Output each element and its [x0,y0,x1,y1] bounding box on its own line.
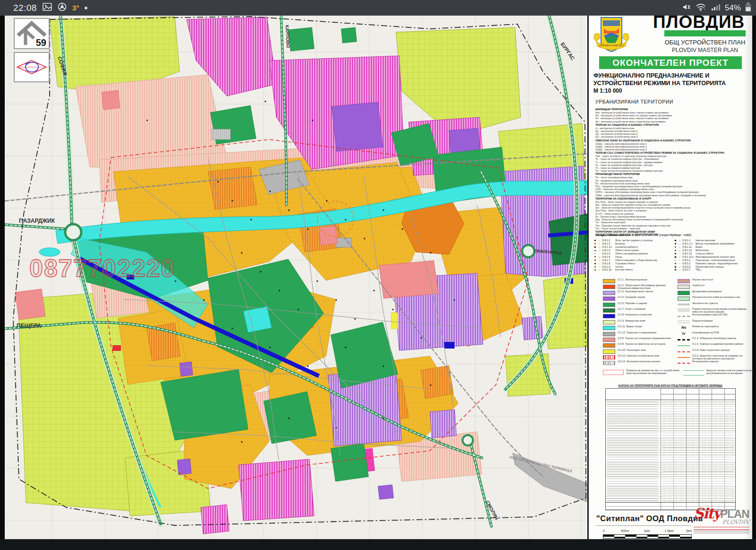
object-glyph-existing-icon: ★ [593,259,597,262]
object-row: ▲ △ О.8.1.12. Библиотеки [674,249,751,252]
object-code: О.8.1.9. [602,265,614,268]
object-glyph-existing-icon: ◆ [674,239,677,242]
legend-section-heading: ЖИЛИЩНИ ТЕРИТОРИИ [595,108,748,111]
object-glyph-existing-icon: ● [674,245,677,248]
legend-swatch-row: Сервитути [678,284,751,290]
legend-swatch-label: О.2.1. Жилищни функции [618,279,647,281]
cityplan-logo: Sity PLAN PLOVDIV [694,507,749,534]
object-glyph-new-icon: ▫ [598,252,601,255]
object-glyph-new-icon: △ [598,268,601,271]
legend-swatch-label: О.2.7. Спорт и атракции [618,308,645,311]
object-row: ■ □ О.8.1.8. Търговски обекти [593,262,673,265]
notification-dot-icon [85,7,87,9]
legend-section-heading: ТЕРИТОРИИ ЗА ОЗЕЛЕНЯВАНЕ И СПОРТ [595,197,748,201]
object-row: ▪ ▫ О.8.1.5. Обекти на администрацията [593,252,673,255]
legend-section-lines: Том - терен за повече от един вид социал… [595,155,748,172]
legend-swatch [603,291,615,295]
object-glyph-existing-icon: ■ [674,242,677,245]
object-row: ◆ ◇ О.8.1.1. Научни центрове [674,239,751,242]
object-glyph-new-icon: □ [598,262,601,265]
panel-subtitle-en: PLOVDIV MASTER PLAN [664,47,746,53]
legend-swatch [603,279,615,283]
legend-section-lines: Ц - централна устройствена зонаЦ1 - цент… [595,127,748,139]
object-glyph-new-icon: □ [678,242,681,245]
object-glyph-existing-icon: ◉ [674,255,677,258]
legend-swatch [603,370,624,375]
object-code: О.8.1.12. [682,249,695,252]
object-code: О.8.1.3. [602,242,614,245]
legend-swatch [603,308,615,313]
legend-section-lines: Пч - чисто производствена зонаПп - преди… [595,176,748,196]
legend-swatch-row: Регулационни граници [678,360,751,366]
legend-swatch-row: Жк Режим на територията [678,325,751,331]
balance-table-title: БАЛАНС НА ТЕРИТОРИИТЕ КЪМ ЗОП НА ГРАД ПЛ… [605,384,736,387]
legend-swatch-row: Промяна на режима на част от устройствен… [603,369,680,377]
object-glyph-existing-icon: ◆ [674,265,677,268]
legend-swatch [603,297,615,301]
swatch-column-left: О.2.1. Жилищни функции О.2.2. Обществено… [603,279,675,367]
object-row: ● ○ О.8.1.11. Банки [674,245,751,249]
legend-swatch-label: О.2.4. Складови терени [618,296,645,299]
legend-swatch [603,355,615,359]
legend-swatch-label: Регулационни граници [692,360,719,363]
legend-text-line: Жк - жилищна устройствена зона с комплек… [595,120,748,123]
legend-section-lines: Жм - жилищна устройствена зона с малко е… [595,111,748,123]
object-code: О.8.1.7. [602,259,614,262]
photo-count-badge: 59 [14,18,49,49]
legend-swatch-row: О.2.11. Водни площи [603,325,675,331]
object-label: Култови обекти [615,268,673,271]
legend-extra-rows: Промяна на режима на част от устройствен… [603,369,752,377]
legend-swatch-label: Електропроводи (над 110 KW) [692,314,728,316]
photo-edge-bottom [0,539,756,550]
legend-swatch-label: О.1.3. Общинска (землищна) граница [692,337,736,340]
legend-text-line: Тоз - Терен за озеленяване - паметник [595,227,748,230]
legend-swatch-row: О.5.8. Терени за паметници на културата [603,343,675,349]
mute-icon [682,3,691,13]
wifi-icon [696,3,707,13]
map-label-pazardzhik: ПАЗАРДЖИК [19,218,55,224]
legend-text-line: Ц3 - централна устройствена зона 3 [595,135,748,138]
object-code: О.8.1.1.1. [682,242,695,245]
agency-logo-badge [14,52,49,82]
legend-swatch-label: О.5.5. Терени със специално предназначен… [618,337,671,340]
object-label: Банки [696,245,751,248]
legend-swatch-label: О.2.12. Транспорт и комуникации [618,332,656,334]
legend-swatch-label: О.6.12. Смесени устройствени зони [618,355,659,358]
object-glyph-existing-icon: ◆ [593,245,597,248]
master-plan-map-photo[interactable]: 59 СОФИЯ КАРЛОВО БУРГАС ПАЗАРДЖИК ПЕЩЕРА… [5,16,587,539]
cityplan-logo-plan: PLAN [720,508,749,520]
legend-swatch-row: О.1.6. Граници на административни райони [678,343,751,349]
legend-swatch-label: О.2.3. Производствени терени [618,290,653,293]
object-glyph-new-icon: □ [678,252,681,255]
legend-swatch-label: О.3.3. Защитени територии за опазване на… [692,355,751,360]
legend-section: ТЕРЕНИ СЪС САМОСТОЯТЕЛЕН УСТРОЙСТВЕН РЕЖ… [595,151,748,172]
panel-title: ПЛОВДИВ [653,12,745,32]
object-glyph-new-icon: △ [678,249,681,252]
object-row: ★ ☆ О.8.3.2. Помпени станции - водоснабд… [674,262,751,265]
object-glyph-new-icon: ▫ [678,259,681,262]
legend-section-lines: Зоз (Тоз) - Зона (терен) на градски парк… [595,201,748,230]
legend-swatch-label: Първостепенна улична мрежа (съществуваща… [692,308,751,314]
object-glyph-new-icon: △ [598,249,601,252]
object-glyph-new-icon: ◇ [598,245,601,248]
legend-swatch-label: Промяна на режима на част от устройствен… [626,369,680,375]
legend-panel: ДРЕВЕН И ВЕЧЕН ПЛОВДИВ ОБЩ УСТРОЙСТВЕН П… [587,16,752,539]
scalebar-checker [603,534,692,539]
object-glyph-existing-icon: ▲ [674,249,677,252]
legend-swatch-label: О.2.9. Земеделски земи [618,320,645,323]
legend-swatch [603,314,615,318]
object-label: Спортни обекти [696,252,751,255]
legend-swatch [678,291,690,295]
object-label: ТЕЦ [696,268,751,271]
object-code: О.8.1.11. [682,245,695,248]
objects-heading: ОБЩЕСТВЕНИ ОБЕКТИ И МЕРОПРИЯТИЯ (съществ… [595,233,691,236]
object-row: ▲ △ О.8.1.4. Обекти на културата [593,249,673,252]
object-label: Пречиствателни станции [696,265,751,268]
legend-section-heading: ПРОИЗВОДСТВЕНИ ТЕРИТОРИИ [595,173,748,176]
object-glyph-existing-icon: ■ [593,239,597,242]
legend-swatch-label: О.2.11. Водни площи [618,325,642,328]
object-glyph-new-icon: ◇ [678,265,681,268]
object-code: О.8.1.2. [602,239,614,242]
legend-swatch-label: О.5.8. Терени за паметници на културата [618,343,665,346]
legend-swatch-row: О.2.2. Обществено обслужващи функции (Со… [603,284,675,290]
